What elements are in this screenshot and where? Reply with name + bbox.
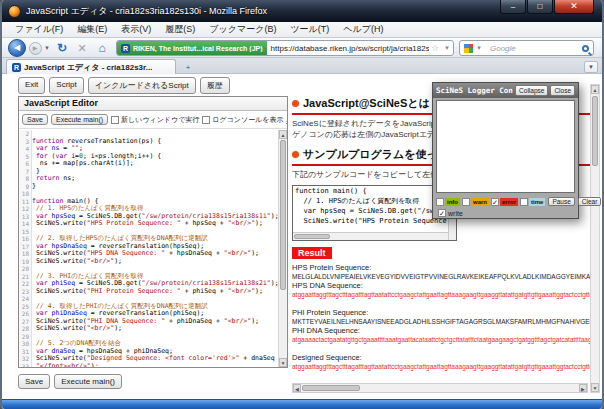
logger-console-titlebar[interactable]: SciNeS Logger Console Collapse Close	[433, 83, 578, 98]
code-editor[interactable]: 2345678910111213141516171819202122232425…	[19, 130, 287, 367]
page-vertical-scrollbar[interactable]: ▲ ▼	[590, 84, 600, 393]
search-icon[interactable]	[582, 45, 589, 52]
console-close-button[interactable]: Close	[550, 85, 575, 96]
checkbox-icon[interactable]	[436, 198, 444, 206]
menu-item[interactable]: 表示(V)	[114, 23, 158, 36]
scroll-left-arrow-icon[interactable]: ◀	[293, 384, 301, 392]
search-bar[interactable]: ▼ Google	[459, 40, 594, 56]
new-window-label: 新しいウィンドウで実行	[121, 115, 199, 125]
log-filter-time[interactable]: time	[520, 198, 545, 206]
close-button[interactable]: ✕	[554, 0, 594, 14]
back-button[interactable]: ◀	[7, 38, 27, 58]
stop-button[interactable]: ✕	[74, 38, 90, 58]
bookmark-star-icon[interactable]: ☆	[429, 43, 441, 53]
menu-item[interactable]: ブックマーク(B)	[202, 23, 283, 36]
line-number: 11	[19, 198, 31, 206]
filter-label: warn	[471, 198, 489, 206]
forward-button[interactable]: ▶	[27, 38, 43, 58]
navigation-bar: ◀ ▶ ▼ ↻ ✕ ⌂ R RIKEN, The Institut...ical…	[2, 38, 602, 58]
log-filter-warn[interactable]: warn	[462, 198, 489, 206]
checkbox-icon[interactable]: ✓	[438, 209, 446, 217]
scroll-down-arrow-icon[interactable]: ▼	[279, 358, 287, 367]
menu-item[interactable]: 履歴(S)	[158, 23, 202, 36]
logger-console-window[interactable]: SciNeS Logger Console Collapse Close inf…	[432, 82, 579, 219]
line-number: 4	[19, 145, 31, 153]
home-button[interactable]: ⌂	[94, 38, 110, 58]
menu-item[interactable]: ヘルプ(H)	[336, 23, 390, 36]
url-text[interactable]: https://database.riken.jp/sw/script/ja/c…	[267, 44, 429, 53]
result-area: HPS Protein Sequence:MELGLALDLVNIPEAIELV…	[292, 263, 592, 371]
tab-list-button[interactable]: ▼	[584, 61, 598, 73]
editor-toolbar: Save Execute main() 新しいウィンドウで実行 ログコンソールを…	[19, 111, 287, 129]
checkbox-icon[interactable]: ✓	[491, 198, 499, 206]
menu-item[interactable]: ツール(T)	[283, 23, 336, 36]
line-number-gutter: 2345678910111213141516171819202122232425…	[19, 130, 32, 367]
execute-main-button-bottom[interactable]: Execute main()	[54, 374, 122, 389]
line-number: 9	[19, 183, 31, 191]
toolbar-button[interactable]: 履歴	[200, 77, 230, 94]
log-filter-error[interactable]: ✓error	[491, 198, 518, 206]
line-number: 32	[19, 355, 31, 363]
menu-item[interactable]: 編集(E)	[70, 23, 114, 36]
result-label: PHI DNA Sequence:	[292, 326, 592, 335]
execute-main-button[interactable]: Execute main()	[51, 114, 108, 125]
history-dropdown[interactable]: ▼	[43, 38, 51, 58]
checkbox-icon[interactable]	[111, 116, 119, 124]
toolbar-button[interactable]: Exit	[18, 77, 45, 94]
write-filter[interactable]: ✓ write	[438, 209, 463, 217]
line-number: 17	[19, 243, 31, 251]
scroll-right-arrow-icon[interactable]: ▶	[579, 384, 587, 392]
code-line: return ns;	[32, 175, 278, 183]
scroll-up-arrow-icon[interactable]: ▲	[591, 85, 599, 94]
title-bar[interactable]: JavaScript エディタ - cria182s3ria182s130i -…	[2, 0, 602, 22]
code-lines[interactable]: function reverseTranslation(ps) { var ns…	[32, 130, 278, 367]
pause-button[interactable]: Pause	[548, 197, 574, 206]
window-bottom-frame	[2, 399, 602, 409]
log-filter-info[interactable]: info	[436, 198, 460, 206]
result-sequence: atgaaaactactgaatatgttgctgaaattttaaatgaat…	[292, 335, 592, 344]
editor-scrollbar-thumb[interactable]	[280, 140, 286, 290]
urlbar-dropdown-icon[interactable]: ▼	[441, 45, 453, 51]
site-identity-badge[interactable]: R RIKEN, The Institut...ical Research (J…	[117, 41, 267, 55]
line-number: 31	[19, 348, 31, 356]
search-engine-dropdown-icon[interactable]: ▼	[473, 45, 485, 51]
clear-button[interactable]: Clear	[578, 197, 602, 206]
filter-label: error	[500, 198, 518, 206]
checkbox-icon[interactable]	[202, 116, 210, 124]
line-number: 2	[19, 130, 31, 138]
sample-horizontal-scrollbar[interactable]	[293, 232, 448, 240]
sample-hscroll-thumb[interactable]	[294, 234, 330, 239]
checkbox-icon[interactable]	[462, 198, 470, 206]
location-bar[interactable]: R RIKEN, The Institut...ical Research (J…	[116, 40, 454, 56]
toolbar-button[interactable]: インクルードされるScript	[88, 77, 196, 94]
google-icon[interactable]	[464, 44, 473, 53]
save-button[interactable]: Save	[22, 114, 48, 125]
page-vscroll-thumb[interactable]	[592, 96, 598, 166]
panel-horizontal-scrollbar[interactable]: ◀ ▶	[292, 383, 588, 393]
line-number: 5	[19, 153, 31, 161]
new-tab-button[interactable]: +	[180, 61, 196, 73]
menu-item[interactable]: ファイル(F)	[8, 23, 70, 36]
scroll-up-arrow-icon[interactable]: ▲	[279, 130, 287, 139]
scroll-down-arrow-icon[interactable]: ▼	[591, 383, 599, 392]
result-label: HPS Protein Sequence:	[292, 263, 592, 272]
checkbox-icon[interactable]	[520, 198, 528, 206]
editor-vertical-scrollbar[interactable]: ▲ ▼	[278, 130, 287, 367]
collapse-button[interactable]: Collapse	[515, 85, 548, 96]
logger-console-log-area	[436, 100, 575, 193]
search-input[interactable]: Google	[485, 44, 582, 53]
filter-label: info	[445, 198, 460, 206]
save-button-bottom[interactable]: Save	[18, 374, 50, 389]
panel-hscroll-thumb[interactable]	[302, 385, 360, 391]
editor-panel: JavaScript Editor Save Execute main() 新し…	[18, 96, 288, 368]
reload-button[interactable]: ↻	[54, 38, 70, 58]
line-number: 25	[19, 303, 31, 311]
maximize-button[interactable]: □	[527, 0, 553, 14]
log-console-checkbox[interactable]: ログコンソールを表示	[202, 115, 283, 125]
toolbar-button[interactable]: Script	[49, 77, 83, 94]
forward-arrow-icon: ▶	[29, 42, 42, 55]
tab-javascript-editor[interactable]: R JavaScript エディタ - cria182s3r...	[6, 59, 176, 74]
minimize-button[interactable]: –	[500, 0, 526, 14]
page-toolbar: ExitScriptインクルードされるScript履歴	[18, 77, 230, 94]
new-window-checkbox[interactable]: 新しいウィンドウで実行	[111, 115, 199, 125]
